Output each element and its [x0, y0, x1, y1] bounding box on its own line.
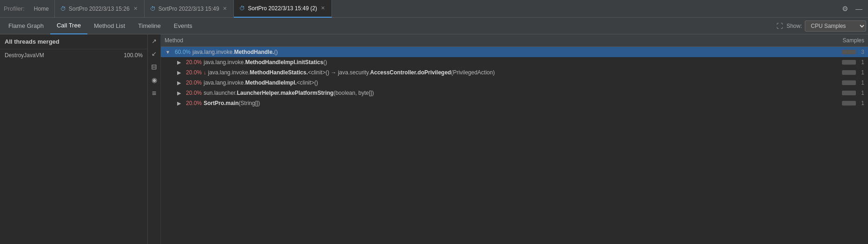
table-row[interactable]: ▶ 20.0% sun.launcher.LauncherHelper.make…: [161, 88, 868, 98]
expand-toggle[interactable]: ▶: [176, 80, 182, 86]
row-pct: 20.0%: [184, 59, 202, 66]
session-tab-2[interactable]: ⏱ SortPro 2022/3/13 15:49 ✕: [145, 0, 234, 18]
table-row[interactable]: ▶ 20.0% ↓ java.lang.invoke.MethodHandleS…: [161, 67, 868, 78]
method-cell: ▶ 20.0% java.lang.invoke.MethodHandleImp…: [161, 78, 826, 88]
samples-num: 3: [859, 49, 864, 55]
method-cell: ▶ 20.0% java.lang.invoke.MethodHandleImp…: [161, 57, 826, 67]
samples-num: 1: [859, 100, 864, 106]
all-threads-header: All threads merged: [0, 34, 147, 49]
expand-toggle[interactable]: ▶: [176, 59, 182, 66]
expand-up-right-button[interactable]: ↗: [150, 36, 158, 46]
method-name: java.lang.invoke.MethodHandleImpl.<clini…: [204, 79, 318, 86]
focus-button[interactable]: ◉: [150, 75, 159, 85]
row-pct: 20.0%: [184, 79, 202, 86]
options-menu-button[interactable]: ≡: [151, 88, 158, 99]
tab-events[interactable]: Events: [167, 18, 199, 34]
session-tab-1-close[interactable]: ✕: [133, 5, 139, 12]
tab-method-list-label: Method List: [94, 22, 125, 29]
tree-area[interactable]: Method Samples ▼ 60.0%: [161, 34, 868, 244]
samples-bar: [842, 70, 856, 75]
samples-cell: 1: [826, 67, 868, 78]
tab-method-list[interactable]: Method List: [87, 18, 132, 34]
row-pct: 20.0%: [184, 69, 202, 76]
session-tab-3-label: SortPro 2022/3/13 15:49 (2): [248, 5, 317, 12]
collapse-all-button[interactable]: ⊟: [150, 61, 159, 72]
title-bar: Profiler: Home ⏱ SortPro 2022/3/13 15:26…: [0, 0, 868, 18]
row-pct: 20.0%: [184, 100, 202, 106]
samples-num: 1: [859, 69, 864, 76]
method-cell: ▼ 60.0% java.lang.invoke.MethodHandle.(): [161, 47, 826, 58]
tree-table: Method Samples ▼ 60.0%: [161, 34, 868, 108]
table-row[interactable]: ▶ 20.0% SortPro.main(String[]): [161, 98, 868, 108]
tab-timeline[interactable]: Timeline: [132, 18, 167, 34]
method-name: java.lang.invoke.MethodHandleStatics.<cl…: [208, 69, 495, 76]
show-label: Show:: [787, 23, 802, 29]
table-row[interactable]: ▼ 60.0% java.lang.invoke.MethodHandle.(): [161, 47, 868, 58]
thread-item[interactable]: DestroyJavaVM 100.0%: [0, 49, 147, 61]
expand-view-button[interactable]: ⛶: [773, 20, 787, 32]
samples-bar: [842, 91, 856, 95]
session-tab-1-label: SortPro 2022/3/13 15:26: [69, 6, 130, 12]
samples-bar: [842, 101, 856, 106]
profiler-label: Profiler:: [4, 5, 25, 12]
session-tab-2-label: SortPro 2022/3/13 15:49: [159, 6, 219, 12]
table-header-row: Method Samples: [161, 34, 868, 47]
expand-toggle[interactable]: ▶: [176, 90, 182, 96]
session-icon-1: ⏱: [60, 6, 66, 12]
tab-call-tree[interactable]: Call Tree: [50, 18, 87, 34]
method-cell: ▶ 20.0% ↓ java.lang.invoke.MethodHandleS…: [161, 67, 826, 78]
home-tab[interactable]: Home: [28, 0, 55, 18]
expand-toggle[interactable]: ▶: [176, 100, 182, 106]
method-name: java.lang.invoke.MethodHandleImpl.initSt…: [204, 59, 327, 66]
session-tab-2-close[interactable]: ✕: [222, 5, 228, 12]
session-icon-3: ⏱: [239, 5, 245, 12]
samples-bar: [842, 60, 856, 65]
table-row[interactable]: ▶ 20.0% java.lang.invoke.MethodHandleImp…: [161, 78, 868, 88]
samples-cell: 1: [826, 88, 868, 98]
expand-toggle[interactable]: ▼: [165, 49, 171, 55]
settings-button[interactable]: ⚙: [840, 3, 850, 15]
method-cell: ▶ 20.0% SortPro.main(String[]): [161, 98, 826, 108]
minimize-button[interactable]: —: [854, 3, 864, 14]
tree-tools: ↗ ↙ ⊟ ◉ ≡: [148, 34, 161, 244]
method-cell: ▶ 20.0% sun.launcher.LauncherHelper.make…: [161, 88, 826, 98]
row-pct: 60.0%: [173, 49, 191, 55]
samples-bar: [842, 50, 856, 54]
thread-pct: 100.0%: [124, 52, 143, 59]
samples-cell: 3: [826, 47, 868, 58]
samples-cell: 1: [826, 78, 868, 88]
row-pct: 20.0%: [184, 90, 202, 96]
samples-num: 1: [859, 79, 864, 86]
collapse-down-left-button[interactable]: ↙: [150, 49, 158, 59]
tab-timeline-label: Timeline: [138, 22, 161, 29]
session-tab-3[interactable]: ⏱ SortPro 2022/3/13 15:49 (2) ✕: [234, 0, 332, 18]
tab-flame-graph[interactable]: Flame Graph: [2, 18, 50, 34]
main-content: All threads merged DestroyJavaVM 100.0% …: [0, 34, 868, 244]
tab-events-label: Events: [174, 22, 192, 29]
session-icon-2: ⏱: [150, 6, 156, 12]
samples-cell: 1: [826, 98, 868, 108]
left-panel: All threads merged DestroyJavaVM 100.0%: [0, 34, 148, 244]
nav-bar: Flame Graph Call Tree Method List Timeli…: [0, 18, 868, 34]
method-name: sun.launcher.LauncherHelper.makePlatform…: [204, 90, 374, 96]
session-tab-3-close[interactable]: ✕: [320, 5, 326, 12]
method-name: java.lang.invoke.MethodHandle.(): [192, 49, 278, 55]
thread-name: DestroyJavaVM: [5, 52, 124, 59]
session-tab-1[interactable]: ⏱ SortPro 2022/3/13 15:26 ✕: [55, 0, 145, 18]
tab-call-tree-label: Call Tree: [57, 22, 81, 29]
samples-num: 1: [859, 59, 864, 66]
expand-toggle[interactable]: ▶: [176, 70, 182, 76]
samples-column-header: Samples: [826, 34, 868, 47]
method-name: SortPro.main(String[]): [204, 100, 260, 106]
arrow-down-icon: ↓: [204, 70, 206, 75]
tab-flame-graph-label: Flame Graph: [8, 22, 44, 29]
right-panel: ↗ ↙ ⊟ ◉ ≡ Method Samples: [148, 34, 868, 244]
samples-cell: 1: [826, 57, 868, 67]
samples-bar: [842, 80, 856, 85]
method-column-header: Method: [161, 34, 826, 47]
table-row[interactable]: ▶ 20.0% java.lang.invoke.MethodHandleImp…: [161, 57, 868, 67]
show-select[interactable]: CPU Samples Wall Time Allocated Objects: [805, 20, 866, 32]
home-tab-label: Home: [34, 6, 49, 12]
samples-num: 1: [859, 90, 864, 96]
